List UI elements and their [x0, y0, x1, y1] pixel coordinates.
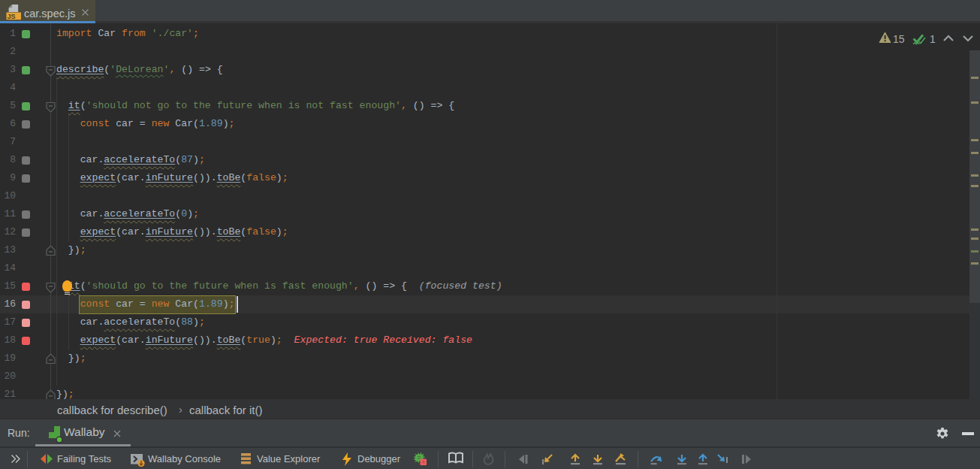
svg-text:JS: JS: [7, 13, 15, 20]
